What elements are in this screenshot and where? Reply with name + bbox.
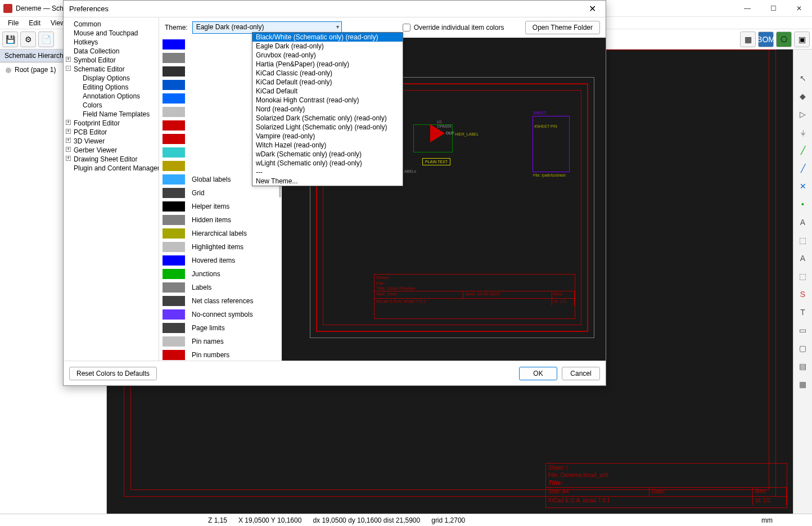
theme-option[interactable]: KiCad Default (read-only): [252, 78, 403, 87]
color-row[interactable]: No-connect symbols: [159, 308, 282, 321]
textbox-icon[interactable]: ▭: [797, 324, 809, 336]
theme-option[interactable]: Gruvbox (read-only): [252, 51, 403, 60]
color-row[interactable]: Highlighted items: [159, 240, 282, 254]
terminal-icon[interactable]: ▣: [794, 32, 810, 47]
theme-option[interactable]: Eagle Dark (read-only): [252, 42, 403, 51]
theme-option[interactable]: ---: [252, 168, 403, 177]
color-swatch[interactable]: [163, 269, 185, 279]
minimize-button[interactable]: —: [734, 0, 760, 17]
cursor-icon[interactable]: ↖: [797, 72, 809, 84]
color-swatch[interactable]: [163, 161, 185, 171]
theme-option[interactable]: Solarized Dark (Schematic only) (read-on…: [252, 114, 403, 123]
tree-node[interactable]: +Gerber Viewer: [65, 146, 157, 155]
color-row[interactable]: Hovered items: [159, 254, 282, 267]
tree-node[interactable]: Colors: [65, 101, 157, 110]
tree-node[interactable]: +Drawing Sheet Editor: [65, 155, 157, 164]
grid-icon[interactable]: ▦: [740, 32, 756, 47]
color-row[interactable]: Grid: [159, 186, 282, 200]
color-swatch[interactable]: [163, 323, 185, 333]
wire-icon[interactable]: ╱: [797, 144, 809, 156]
save-icon[interactable]: 💾: [2, 32, 18, 47]
highlight-icon[interactable]: ◆: [797, 90, 809, 102]
label-icon[interactable]: A: [797, 216, 809, 228]
hier-label-icon[interactable]: ⬚: [797, 270, 809, 282]
tree-node[interactable]: Data Collection: [65, 47, 157, 56]
color-swatch[interactable]: [163, 215, 185, 225]
tree-node[interactable]: Display Options: [65, 74, 157, 83]
ok-button[interactable]: OK: [519, 367, 557, 380]
image-icon[interactable]: ▤: [797, 360, 809, 372]
global-label-icon[interactable]: A: [797, 252, 809, 264]
color-swatch[interactable]: [163, 296, 185, 306]
tree-node[interactable]: +3D Viewer: [65, 137, 157, 146]
bom-icon[interactable]: BOM: [758, 32, 774, 47]
theme-option[interactable]: Solarized Light (Schematic only) (read-o…: [252, 123, 403, 132]
symbol-icon[interactable]: ▷: [797, 108, 809, 120]
tree-node[interactable]: Editing Options: [65, 83, 157, 92]
pcb-icon[interactable]: ⎔: [776, 32, 792, 47]
theme-option[interactable]: New Theme...: [252, 177, 403, 186]
color-swatch[interactable]: [163, 255, 185, 266]
tree-node[interactable]: Common: [65, 20, 157, 29]
bus-icon[interactable]: ╱: [797, 162, 809, 174]
color-swatch[interactable]: [163, 66, 185, 77]
color-swatch[interactable]: [163, 336, 185, 347]
color-swatch[interactable]: [163, 309, 185, 320]
tree-node[interactable]: Hotkeys: [65, 38, 157, 47]
tree-node[interactable]: Plugin and Content Manager: [65, 164, 157, 173]
tree-node[interactable]: +PCB Editor: [65, 128, 157, 137]
color-row[interactable]: Hidden items: [159, 213, 282, 227]
color-swatch[interactable]: [163, 147, 185, 158]
netlabel-icon[interactable]: ⬚: [797, 234, 809, 246]
tree-node[interactable]: +Footprint Editor: [65, 119, 157, 128]
theme-option[interactable]: wDark (Schematic only) (read-only): [252, 150, 403, 159]
dialog-close-button[interactable]: ✕: [584, 1, 600, 17]
color-row[interactable]: Page limits: [159, 321, 282, 335]
color-swatch[interactable]: [163, 53, 185, 63]
color-row[interactable]: Pin numbers: [159, 348, 282, 361]
page-icon[interactable]: 📄: [38, 32, 54, 47]
category-tree[interactable]: CommonMouse and TouchpadHotkeysData Coll…: [64, 17, 159, 361]
color-row[interactable]: Net class references: [159, 294, 282, 308]
tree-node[interactable]: Annotation Options: [65, 92, 157, 101]
power-icon[interactable]: ⏚: [797, 126, 809, 138]
color-swatch[interactable]: [163, 39, 185, 50]
color-swatch[interactable]: [163, 80, 185, 90]
menu-file[interactable]: File: [3, 18, 23, 28]
theme-option[interactable]: Witch Hazel (read-only): [252, 141, 403, 150]
delete-icon[interactable]: ▦: [797, 378, 809, 390]
color-row[interactable]: Junctions: [159, 267, 282, 281]
theme-option[interactable]: KiCad Default: [252, 87, 403, 96]
theme-dropdown[interactable]: Black/White (Schematic only) (read-only)…: [252, 32, 403, 186]
override-checkbox[interactable]: Override individual item colors: [403, 24, 504, 32]
theme-option[interactable]: Vampire (read-only): [252, 132, 403, 141]
color-row[interactable]: Helper items: [159, 200, 282, 213]
color-swatch[interactable]: [163, 107, 185, 117]
noconnect-icon[interactable]: ✕: [797, 180, 809, 192]
junction-icon[interactable]: •: [797, 198, 809, 210]
color-row[interactable]: Labels: [159, 281, 282, 294]
close-button[interactable]: ✕: [786, 0, 812, 17]
sheet-icon[interactable]: S: [797, 288, 809, 300]
color-swatch[interactable]: [163, 188, 185, 198]
theme-option[interactable]: Hartia (Pen&Paper) (read-only): [252, 60, 403, 69]
menu-edit[interactable]: Edit: [24, 18, 45, 28]
color-swatch[interactable]: [163, 201, 185, 212]
theme-option[interactable]: KiCad Classic (read-only): [252, 69, 403, 78]
text-icon[interactable]: T: [797, 306, 809, 318]
theme-option[interactable]: Monokai High Contrast (read-only): [252, 96, 403, 105]
color-swatch[interactable]: [163, 282, 185, 293]
theme-option[interactable]: Black/White (Schematic only) (read-only): [252, 33, 403, 42]
tree-node[interactable]: +Symbol Editor: [65, 56, 157, 65]
maximize-button[interactable]: ☐: [760, 0, 786, 17]
open-theme-folder-button[interactable]: Open Theme Folder: [525, 21, 600, 34]
color-swatch[interactable]: [163, 350, 185, 360]
color-swatch[interactable]: [163, 134, 185, 144]
color-row[interactable]: Hierarchical labels: [159, 227, 282, 240]
tree-node[interactable]: Mouse and Touchpad: [65, 29, 157, 38]
color-swatch[interactable]: [163, 93, 185, 104]
theme-option[interactable]: wLight (Schematic only) (read-only): [252, 159, 403, 168]
tree-node[interactable]: Field Name Templates: [65, 110, 157, 119]
theme-option[interactable]: Nord (read-only): [252, 105, 403, 114]
rect-icon[interactable]: ▢: [797, 342, 809, 354]
